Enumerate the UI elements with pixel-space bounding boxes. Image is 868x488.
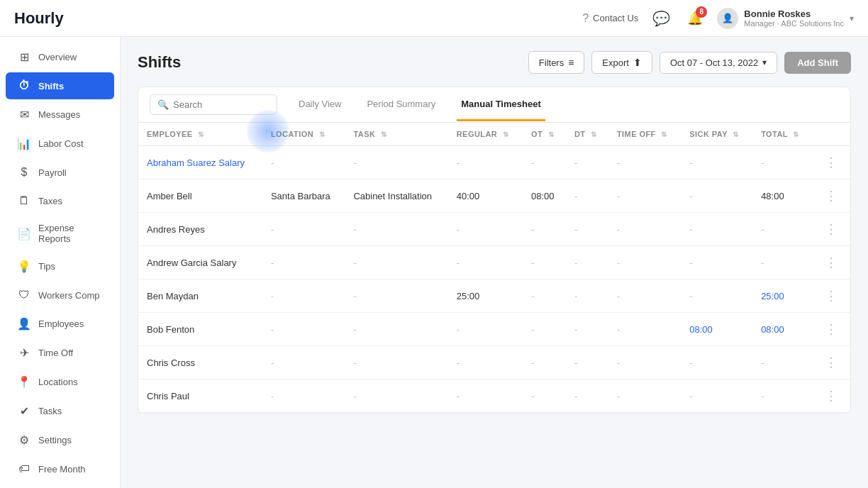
row-menu-icon[interactable]: ⋮ (820, 321, 842, 338)
col-location[interactable]: Location ⇅ (262, 123, 345, 146)
col-time-off[interactable]: Time Off ⇅ (608, 123, 681, 146)
cell-task: - (345, 346, 447, 379)
tab-daily-view[interactable]: Daily View (294, 89, 345, 121)
sort-icon: ⇅ (661, 131, 667, 138)
table-row: Bob Fenton - - - - - - 08:00 08:00 ⋮ (138, 313, 850, 346)
cell-employee[interactable]: Abraham Suarez Salary (138, 146, 262, 179)
col-sick-pay[interactable]: Sick Pay ⇅ (681, 123, 752, 146)
cell-total: - (752, 346, 812, 379)
user-icon: 👤 (722, 13, 733, 23)
sidebar-item-workers-comp[interactable]: 🛡 Workers Comp (6, 282, 114, 309)
col-employee[interactable]: Employee ⇅ (138, 123, 262, 146)
cell-location: - (262, 379, 345, 413)
sidebar-item-labor-cost[interactable]: 📊 Labor Cost (6, 130, 114, 157)
sidebar-item-locations[interactable]: 📍 Locations (6, 368, 114, 396)
sidebar-item-label: Settings (38, 435, 72, 445)
table-row: Abraham Suarez Salary - - - - - - - - ⋮ (138, 146, 850, 179)
cell-sick-pay: - (681, 246, 752, 279)
shifts-table: Employee ⇅ Location ⇅ Task ⇅ Regular (138, 123, 850, 413)
cell-sick-pay: - (681, 213, 752, 246)
messages-button[interactable]: 💬 (650, 7, 673, 30)
cell-row-menu[interactable]: ⋮ (812, 146, 850, 179)
cell-row-menu[interactable]: ⋮ (812, 313, 850, 346)
employees-icon: 👤 (17, 317, 31, 331)
sidebar-item-expense-reports[interactable]: 📄 Expense Reports (6, 216, 114, 251)
sidebar-item-shifts[interactable]: ⏱ Shifts (6, 72, 114, 99)
sidebar-item-free-month[interactable]: 🏷 Free Month (6, 455, 114, 482)
avatar: 👤 (717, 8, 738, 29)
sort-icon: ⇅ (319, 131, 325, 138)
row-menu-icon[interactable]: ⋮ (820, 221, 842, 238)
cell-dt: - (566, 213, 608, 246)
cell-row-menu[interactable]: ⋮ (812, 246, 850, 279)
cell-total: - (752, 379, 812, 413)
search-box[interactable]: 🔍 (150, 94, 277, 115)
row-menu-icon[interactable]: ⋮ (820, 354, 842, 371)
sidebar-item-overview[interactable]: ⊞ Overview (6, 43, 114, 71)
table-row: Chris Paul - - - - - - - - ⋮ (138, 379, 850, 413)
col-dt[interactable]: DT ⇅ (566, 123, 608, 146)
cell-row-menu[interactable]: ⋮ (812, 179, 850, 213)
cell-time-off: - (608, 179, 681, 213)
cell-dt: - (566, 279, 608, 313)
notification-badge: 8 (696, 6, 707, 18)
cell-ot: 08:00 (523, 179, 566, 213)
expense-reports-icon: 📄 (17, 227, 31, 240)
search-icon: 🔍 (157, 99, 169, 110)
sidebar-item-label: Employees (38, 318, 84, 329)
cell-row-menu[interactable]: ⋮ (812, 279, 850, 313)
col-total[interactable]: Total ⇅ (752, 123, 812, 146)
cell-row-menu[interactable]: ⋮ (812, 213, 850, 246)
tab-manual-timesheet[interactable]: Manual Timesheet (457, 89, 545, 121)
cell-time-off: - (608, 279, 681, 313)
page-title: Shifts (138, 53, 181, 72)
col-ot[interactable]: OT ⇅ (523, 123, 566, 146)
col-actions (812, 123, 850, 146)
sidebar-item-label: Expense Reports (38, 223, 103, 244)
export-button[interactable]: Export ⬆ (591, 51, 652, 74)
sidebar-item-tasks[interactable]: ✔ Tasks (6, 397, 114, 425)
cell-employee: Chris Paul (138, 379, 262, 413)
date-range-button[interactable]: Oct 07 - Oct 13, 2022 ▾ (660, 52, 777, 74)
col-regular[interactable]: Regular ⇅ (448, 123, 523, 146)
search-input[interactable] (173, 99, 265, 110)
cell-ot: - (523, 146, 566, 179)
row-menu-icon[interactable]: ⋮ (820, 387, 842, 404)
col-task[interactable]: Task ⇅ (345, 123, 447, 146)
row-menu-icon[interactable]: ⋮ (820, 154, 842, 171)
tab-period-summary[interactable]: Period Summary (362, 89, 440, 121)
sidebar-item-messages[interactable]: ✉ Messages (6, 101, 114, 128)
cell-employee: Andres Reyes (138, 213, 262, 246)
cell-ot: - (523, 379, 566, 413)
sidebar-item-label: Tips (38, 261, 55, 272)
row-menu-icon[interactable]: ⋮ (820, 187, 842, 204)
contact-us-button[interactable]: ? Contact Us (582, 12, 638, 25)
table-row: Ben Maydan - - 25:00 - - - - 25:00 ⋮ (138, 279, 850, 313)
sidebar-item-taxes[interactable]: 🗒 Taxes (6, 187, 114, 214)
sort-icon: ⇅ (198, 131, 204, 138)
cell-total: - (752, 246, 812, 279)
cell-ot: - (523, 346, 566, 379)
sidebar-item-label: Messages (38, 109, 80, 120)
add-shift-button[interactable]: Add Shift (784, 52, 851, 74)
sidebar-item-settings[interactable]: ⚙ Settings (6, 426, 114, 454)
cell-row-menu[interactable]: ⋮ (812, 346, 850, 379)
cell-regular: - (448, 313, 523, 346)
cell-regular: 40:00 (448, 179, 523, 213)
sidebar-item-employees[interactable]: 👤 Employees (6, 310, 114, 338)
messages-icon: ✉ (17, 108, 31, 121)
row-menu-icon[interactable]: ⋮ (820, 287, 842, 304)
sidebar-item-tips[interactable]: 💡 Tips (6, 253, 114, 280)
shifts-table-wrap: Employee ⇅ Location ⇅ Task ⇅ Regular (138, 123, 850, 413)
cell-dt: - (566, 246, 608, 279)
sidebar-item-time-off[interactable]: ✈ Time Off (6, 339, 114, 367)
cell-row-menu[interactable]: ⋮ (812, 379, 850, 413)
filters-button[interactable]: Filters ≡ (528, 51, 585, 74)
cell-ot: - (523, 213, 566, 246)
notifications-button[interactable]: 🔔 8 (684, 8, 706, 29)
cell-task: - (345, 379, 447, 413)
sidebar-item-payroll[interactable]: $ Payroll (6, 159, 114, 186)
cell-time-off: - (608, 379, 681, 413)
row-menu-icon[interactable]: ⋮ (820, 254, 842, 271)
user-menu[interactable]: 👤 Bonnie Roskes Manager · ABC Solutions … (717, 8, 854, 29)
